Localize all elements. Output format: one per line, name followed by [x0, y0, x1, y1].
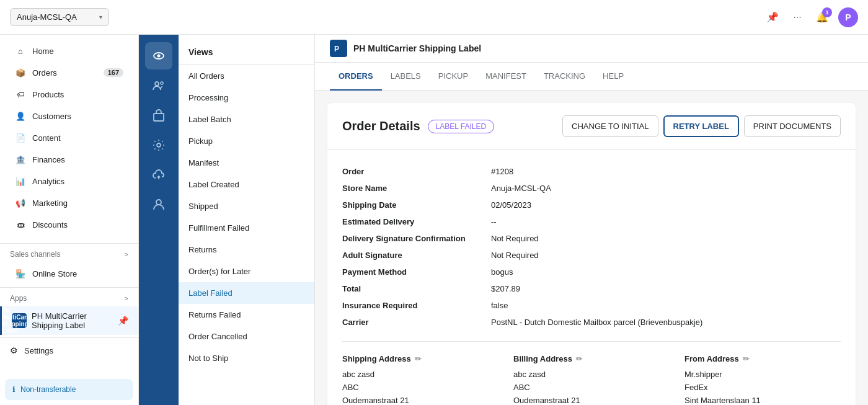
analytics-icon: 📊: [15, 176, 26, 187]
print-documents-button[interactable]: PRINT DOCUMENTS: [744, 115, 841, 137]
view-item-processing[interactable]: Processing: [179, 87, 314, 109]
ph-app-item[interactable]: PH MultiCarrier Shipping Label P PH Mult…: [0, 306, 138, 335]
view-item-returns[interactable]: Returns: [179, 239, 314, 260]
view-item-label-failed[interactable]: Label Failed: [179, 282, 314, 304]
pin-icon[interactable]: 📌: [764, 9, 781, 26]
sidebar-item-online-store[interactable]: 🏪 Online Store: [5, 263, 133, 284]
header-actions: CHANGE TO INITIAL RETRY LABEL PRINT DOCU…: [562, 115, 841, 137]
nav-item-help[interactable]: HELP: [594, 63, 632, 91]
shipping-address-section: Shipping Address ✏ abc zasd ABC Oudemans…: [342, 354, 498, 405]
order-label: Order: [342, 165, 491, 178]
nav-item-tracking[interactable]: TRACKING: [535, 63, 594, 91]
from-address-title-row: From Address ✏: [684, 354, 841, 363]
chevron-right-icon: >: [125, 295, 128, 302]
sidebar-item-discounts[interactable]: 🎟 Discounts: [5, 214, 133, 235]
middle-nav-users[interactable]: [145, 72, 172, 99]
view-item-returns-failed[interactable]: Returns Failed: [179, 304, 314, 326]
sidebar-item-label: Home: [32, 47, 123, 56]
sidebar-item-marketing[interactable]: 📢 Marketing: [5, 192, 133, 213]
orders-badge: 167: [104, 68, 123, 77]
change-to-initial-button[interactable]: CHANGE TO INITIAL: [562, 115, 658, 137]
nav-divider-2: [0, 287, 138, 288]
shipping-address-text: abc zasd ABC Oudemanstraat 21 Londerzeel…: [342, 368, 498, 405]
store-name-value: Anuja-MCSL-QA: [491, 182, 841, 195]
order-body: Order #1208 Store Name Anuja-MCSL-QA Shi…: [327, 150, 856, 405]
more-icon[interactable]: ···: [789, 9, 806, 26]
shipping-address-edit-icon[interactable]: ✏: [415, 354, 422, 363]
view-item-shipped[interactable]: Shipped: [179, 195, 314, 217]
shipping-address-title-row: Shipping Address ✏: [342, 354, 498, 363]
sidebar-item-customers[interactable]: 👤 Customers: [5, 105, 133, 127]
top-bar-icons: 📌 ··· 🔔 1 P: [764, 7, 858, 27]
sidebar-item-home[interactable]: ⌂ Home: [5, 40, 133, 61]
total-value: $207.89: [491, 282, 841, 295]
nav-divider-3: [0, 337, 138, 338]
from-address-edit-icon[interactable]: ✏: [743, 354, 750, 363]
info-icon: ℹ: [12, 385, 16, 394]
notification-bell-icon[interactable]: 🔔 1: [813, 9, 831, 26]
view-item-manifest[interactable]: Manifest: [179, 152, 314, 174]
sidebar-item-label: Analytics: [32, 177, 123, 186]
shipping-date-label: Shipping Date: [342, 198, 491, 211]
sidebar-item-orders[interactable]: 📦 Orders 167: [5, 62, 133, 83]
nav-item-labels[interactable]: LABELS: [382, 63, 430, 91]
online-store-icon: 🏪: [15, 268, 26, 279]
insurance-value: false: [491, 299, 841, 312]
nav-item-orders[interactable]: ORDERS: [330, 63, 382, 91]
view-item-fulfillment-failed[interactable]: Fulfillment Failed: [179, 217, 314, 239]
non-transferable-text: Non-transferable: [20, 385, 76, 394]
sidebar-item-finances[interactable]: 🏦 Finances: [5, 149, 133, 170]
apps-section[interactable]: Apps >: [0, 290, 138, 306]
label-failed-badge: LABEL FAILED: [428, 120, 495, 133]
nav-item-pickup[interactable]: PICKUP: [430, 63, 477, 91]
avatar[interactable]: P: [838, 7, 858, 27]
store-selector[interactable]: Anuja-MCSL-QA ▾: [10, 8, 109, 26]
sidebar-item-label: Online Store: [32, 269, 123, 278]
sidebar-item-label: Marketing: [32, 198, 123, 208]
svg-text:P: P: [334, 45, 339, 53]
retry-label-button[interactable]: RETRY LABEL: [663, 115, 739, 137]
shipping-date-value: 02/05/2023: [491, 198, 841, 211]
middle-nav-gear[interactable]: [145, 131, 172, 159]
adult-sig-label: Adult Signature: [342, 249, 491, 262]
pin-icon[interactable]: 📌: [118, 316, 128, 326]
delivery-sig-label: Delivery Signature Confirmation: [342, 232, 491, 245]
view-item-label-batch[interactable]: Label Batch: [179, 109, 314, 130]
ph-app-name: PH MultiCarrier Shipping Label: [32, 311, 113, 330]
view-item-all-orders[interactable]: All Orders: [179, 65, 314, 87]
sidebar-item-content[interactable]: 📄 Content: [5, 127, 133, 148]
billing-address-edit-icon[interactable]: ✏: [576, 354, 583, 363]
discounts-icon: 🎟: [15, 219, 26, 230]
middle-nav-cloud[interactable]: [145, 161, 172, 189]
content-area: P PH MultiCarrier Shipping Label ORDERS …: [315, 35, 868, 405]
view-item-not-to-ship[interactable]: Not to Ship: [179, 347, 314, 369]
middle-nav-person[interactable]: [145, 191, 172, 218]
dropdown-arrow-icon: ▾: [99, 14, 102, 20]
non-transferable-box: ℹ Non-transferable: [5, 379, 133, 400]
notification-count: 1: [822, 7, 832, 17]
sidebar-item-products[interactable]: 🏷 Products: [5, 84, 133, 105]
sidebar-item-analytics[interactable]: 📊 Analytics: [5, 171, 133, 192]
svg-point-4: [155, 82, 159, 86]
svg-point-8: [156, 200, 161, 205]
sidebar-item-label: Products: [32, 90, 123, 99]
nav-item-manifest[interactable]: MANIFEST: [477, 63, 535, 91]
view-item-label-created[interactable]: Label Created: [179, 174, 314, 195]
middle-nav-eye[interactable]: [145, 42, 172, 69]
sidebar-item-label: Orders: [32, 68, 97, 78]
sidebar-item-settings[interactable]: ⚙ Settings: [0, 340, 138, 360]
estimated-delivery-value: --: [491, 215, 841, 228]
settings-icon: ⚙: [10, 345, 18, 355]
sidebar-item-label: Finances: [32, 155, 123, 164]
orders-icon: 📦: [15, 67, 26, 78]
views-panel: Views All Orders Processing Label Batch …: [179, 35, 315, 405]
view-item-orders-for-later[interactable]: Order(s) for Later: [179, 260, 314, 282]
sales-channels-section[interactable]: Sales channels >: [0, 246, 138, 262]
customers-icon: 👤: [15, 110, 26, 122]
view-item-order-cancelled[interactable]: Order Cancelled: [179, 326, 314, 347]
middle-nav-box[interactable]: [145, 102, 172, 129]
total-label: Total: [342, 282, 491, 295]
sidebar-bottom: ℹ Non-transferable: [0, 374, 138, 405]
view-item-pickup[interactable]: Pickup: [179, 130, 314, 152]
products-icon: 🏷: [15, 89, 26, 100]
